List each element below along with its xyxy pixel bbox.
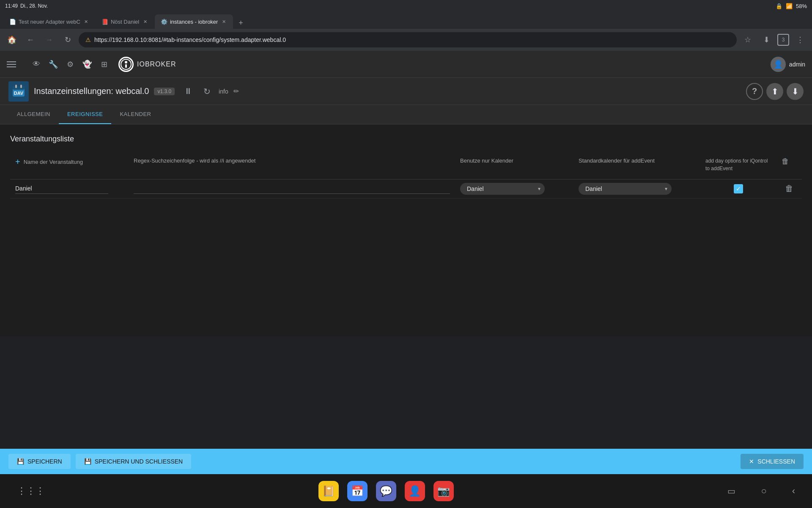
time: 11:49 xyxy=(5,3,18,9)
android-nav-buttons: ▭ ○ ‹ xyxy=(727,486,795,497)
tab-kalender[interactable]: KALENDER xyxy=(111,105,159,124)
menu-button[interactable]: ⋮ xyxy=(793,32,808,47)
dock-chat-icon[interactable]: 💬 xyxy=(376,481,396,501)
table-header-regex: Regex-Suchzeichenfolge - wird als //i an… xyxy=(129,157,455,164)
save-button[interactable]: 💾 SPEICHERN xyxy=(8,454,71,469)
svg-rect-6 xyxy=(20,85,22,88)
close-button[interactable]: ✕ SCHLIESSEN xyxy=(741,454,804,469)
table-header: + Name der Veranstaltung Regex-Suchzeich… xyxy=(10,154,802,179)
svg-point-1 xyxy=(125,61,127,64)
security-icon: ⚠ xyxy=(85,36,91,43)
row-delete-button[interactable]: 🗑 xyxy=(785,184,793,193)
info-label[interactable]: info xyxy=(219,88,228,95)
save-icon: 💾 xyxy=(17,458,24,465)
app-logo: IOBROKER xyxy=(118,57,176,72)
expand-icon[interactable]: ⊞ xyxy=(96,57,112,72)
col-header-name: Name der Veranstaltung xyxy=(24,159,83,165)
android-bottom-bar: ⋮⋮⋮ 📔 📅 💬 👤 📷 ▭ ○ ‹ xyxy=(0,474,812,508)
close-x-icon: ✕ xyxy=(749,458,754,465)
help-button[interactable]: ? xyxy=(746,83,763,100)
close-label: SCHLIESSEN xyxy=(757,458,795,465)
tab-label-2: Nöst Daniel xyxy=(111,19,139,25)
download-config-button[interactable]: ⬇ xyxy=(787,83,804,100)
app-dock: 📔 📅 💬 👤 📷 xyxy=(318,481,454,501)
refresh-button[interactable]: ↻ xyxy=(60,32,75,47)
nav-bar: 🏠 ← → ↻ ⚠ https://192.168.0.10:8081/#tab… xyxy=(0,29,812,51)
wifi-icon: 📶 xyxy=(786,3,793,9)
android-back-button[interactable]: ‹ xyxy=(792,486,795,497)
table-header-calendar-only: Benutze nur Kalender xyxy=(455,157,573,164)
default-calendar-dropdown[interactable]: Daniel ▾ xyxy=(579,183,672,195)
tab-ereignisse[interactable]: EREIGNISSE xyxy=(59,105,111,124)
dock-contacts-icon[interactable]: 👤 xyxy=(405,481,425,501)
android-apps-button[interactable]: ⋮⋮⋮ xyxy=(17,486,45,497)
edit-icon[interactable]: ✏ xyxy=(233,87,239,95)
ghost-icon[interactable]: 👻 xyxy=(80,57,95,72)
save-close-button[interactable]: 💾 SPEICHERN UND SCHLIESSEN xyxy=(76,454,192,469)
restart-button[interactable]: ↻ xyxy=(200,85,214,98)
add-row-plus[interactable]: + xyxy=(15,157,20,167)
row-name-cell xyxy=(10,183,129,194)
app-nav-icons: 👁 🔧 ⚙ 👻 ⊞ xyxy=(29,57,112,72)
tab-bar: 📄 Test neuer Adapter webC ✕ 📕 Nöst Danie… xyxy=(0,12,812,29)
wrench-icon[interactable]: 🔧 xyxy=(46,57,61,72)
address-text: https://192.168.0.10:8081/#tab-instances… xyxy=(94,36,286,43)
home-button[interactable]: 🏠 xyxy=(4,32,19,47)
tab-nöst-daniel[interactable]: 📕 Nöst Daniel ✕ xyxy=(96,14,155,29)
back-button[interactable]: ← xyxy=(23,32,38,47)
row-calendar-only-cell: Daniel ▾ xyxy=(455,183,573,195)
download-button[interactable]: ⬇ xyxy=(759,32,774,47)
table-header-delete: 🗑 xyxy=(776,157,802,166)
tab-test-adapter[interactable]: 📄 Test neuer Adapter webC ✕ xyxy=(3,14,96,29)
dock-notes-icon[interactable]: 📔 xyxy=(318,481,339,501)
status-bar: 11:49 Di., 28. Nov. 🔒 📶 58% xyxy=(0,0,812,12)
iqontrol-checkbox[interactable]: ✓ xyxy=(734,184,743,193)
tabs-bar: ALLGEMEIN EREIGNISSE KALENDER xyxy=(0,105,812,124)
svg-rect-4 xyxy=(13,86,25,90)
default-calendar-select[interactable]: Daniel xyxy=(585,185,665,192)
tab-allgemein[interactable]: ALLGEMEIN xyxy=(8,105,59,124)
instance-header-actions: ⏸ ↻ info ✏ xyxy=(181,85,239,98)
hamburger-menu[interactable] xyxy=(7,57,22,72)
forward-button[interactable]: → xyxy=(41,32,57,47)
save-close-icon: 💾 xyxy=(84,458,91,465)
row-default-calendar-cell: Daniel ▾ xyxy=(573,183,700,195)
app-header-right: 👤 admin xyxy=(771,57,805,72)
tab-instances[interactable]: ⚙️ instances - iobroker ✕ xyxy=(155,14,233,29)
row-name-input[interactable] xyxy=(15,183,108,194)
calendar-only-dropdown[interactable]: Daniel ▾ xyxy=(460,183,545,195)
upload-button[interactable]: ⬆ xyxy=(766,83,783,100)
svg-rect-2 xyxy=(125,64,127,68)
table-row: Daniel ▾ Daniel ▾ ✓ 🗑 xyxy=(10,179,802,199)
eye-icon[interactable]: 👁 xyxy=(29,57,44,72)
iobroker-logo xyxy=(121,59,132,70)
tab-close-2[interactable]: ✕ xyxy=(142,18,149,25)
tab-close-3[interactable]: ✕ xyxy=(220,18,227,25)
address-bar[interactable]: ⚠ https://192.168.0.10:8081/#tab-instanc… xyxy=(79,32,737,47)
row-regex-input[interactable] xyxy=(134,183,450,194)
settings-icon[interactable]: ⚙ xyxy=(63,57,78,72)
row-regex-cell xyxy=(129,183,455,194)
tab-count-button[interactable]: 3 xyxy=(777,34,789,46)
instance-header: DAV Instanzeinstellungen: webcal.0 v1.3.… xyxy=(0,78,812,105)
android-home-button[interactable]: ○ xyxy=(761,486,766,497)
status-right: 🔒 📶 58% xyxy=(776,3,807,9)
row-delete-cell: 🗑 xyxy=(776,184,802,193)
android-recents-button[interactable]: ▭ xyxy=(727,486,735,496)
avatar[interactable]: 👤 xyxy=(771,57,786,72)
new-tab-button[interactable]: + xyxy=(235,17,247,29)
tab-close-1[interactable]: ✕ xyxy=(83,18,90,25)
dropdown-arrow-2: ▾ xyxy=(665,186,667,192)
footer: 💾 SPEICHERN 💾 SPEICHERN UND SCHLIESSEN ✕… xyxy=(0,449,812,474)
bookmark-button[interactable]: ☆ xyxy=(740,32,755,47)
tab-favicon-1: 📄 xyxy=(9,19,16,25)
calendar-only-select[interactable]: Daniel xyxy=(467,185,538,192)
col-header-iqontrol: add day options for iQontrol to addEvent xyxy=(705,158,768,171)
tab-favicon-2: 📕 xyxy=(102,19,108,25)
pause-button[interactable]: ⏸ xyxy=(181,85,195,98)
app-header: 👁 🔧 ⚙ 👻 ⊞ IOBROKER 👤 admin xyxy=(0,51,812,78)
dock-calendar-icon[interactable]: 📅 xyxy=(347,481,368,501)
app-title: IOBROKER xyxy=(137,61,176,68)
logo-circle xyxy=(118,57,134,72)
dock-camera-icon[interactable]: 📷 xyxy=(433,481,454,501)
